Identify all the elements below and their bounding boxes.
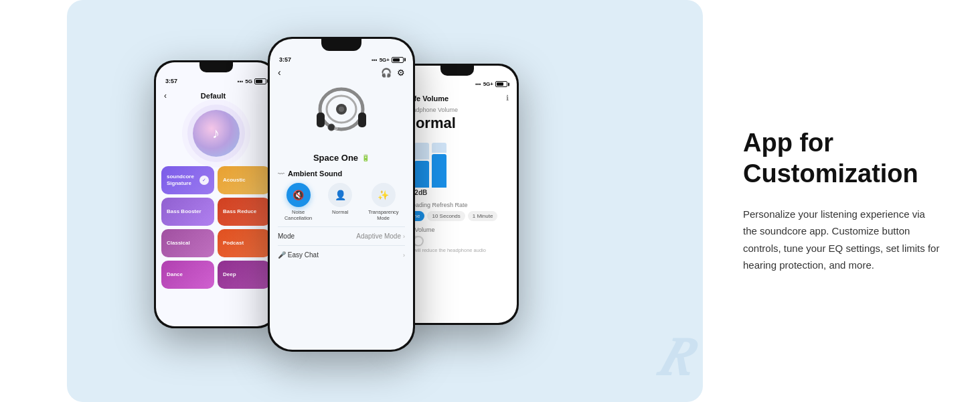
heading-line1: App for [743,129,833,157]
battery-fill-right [497,82,503,86]
status-bar-center: 3:57 ▪▪▪ 5G+ [270,51,413,64]
phone-center-notch [321,39,361,51]
mode-label: Mode [278,232,295,240]
battery-fill-center [393,58,400,62]
right-nav-info-icon[interactable]: ℹ [506,94,509,103]
back-icon-center[interactable]: ‹ [278,67,281,78]
signal-icon: ▪▪▪ [238,78,244,84]
mode-setting-row[interactable]: Mode Adaptive Mode › [270,227,413,245]
time-btn-10sec[interactable]: 10 Seconds [427,211,465,221]
mode-transparency-circle: ✨ [372,183,396,207]
eq-item-dance[interactable]: Dance [161,261,214,289]
signal-icon-right: ▪▪▪ [475,81,481,87]
music-circle-container: ♪ [156,105,276,162]
device-name-text: Space One [313,153,358,163]
mode-normal-label: Normal [332,209,348,215]
headphone-image-container: ⊙ [270,83,413,150]
time-left: 3:57 [165,78,177,84]
vol-bar-inactive-2 [432,143,446,153]
heading-line2: Customization [743,159,918,188]
music-note-icon: ♪ [212,125,220,142]
mode-value: Adaptive Mode › [356,232,405,240]
headphone-nav-icon[interactable]: 🎧 [381,68,392,78]
description-text: Personalize your listening experience vi… [743,206,940,274]
eq-grid: soundcoreSignature ✓ Acoustic Bass Boost… [156,162,276,293]
easy-chat-icon-label: 🎤 Easy Chat [278,251,319,259]
battery-fill-left [256,80,262,83]
left-screen-content: 3:57 ▪▪▪ 5G ‹ Default [156,62,276,326]
mode-normal[interactable]: 👤 Normal [328,183,352,221]
vol-bars [414,143,510,188]
phone-center-screen: 3:57 ▪▪▪ 5G+ ‹ 🎧 ⚙ [270,39,413,350]
main-heading: App for Customization [743,128,940,189]
mode-noise-cancel-circle: 🔇 [287,183,311,207]
ambient-sound-row: 〰 Ambient Sound [270,165,413,180]
mode-noise-cancel[interactable]: 🔇 NoiseCancellation [284,183,312,221]
phones-container: 3:57 ▪▪▪ 5G ‹ Default [67,0,703,402]
status-icons-left: ▪▪▪ 5G [238,78,266,84]
headphone-image: ⊙ [305,86,378,146]
right-section: App for Customization Personalize your l… [703,101,980,300]
ambient-sound-icon: 〰 [278,170,284,178]
mode-transparency[interactable]: ✨ TransparencyMode [368,183,398,221]
back-icon-left[interactable]: ‹ [164,91,167,100]
signal-icon-center: ▪▪▪ [372,57,378,63]
vol-bar-active-1 [414,161,429,188]
status-icons-right: ▪▪▪ 5G+ [475,81,507,87]
vol-bar-active-2 [432,154,446,188]
battery-icon-right [495,81,507,87]
wifi-5g-right: 5G+ [483,81,493,87]
svg-rect-1 [317,113,325,127]
music-circle: ♪ [193,110,240,157]
svg-rect-2 [358,113,366,127]
eq-item-soundcore-signature[interactable]: soundcoreSignature ✓ [161,166,214,194]
phone-right-notch [440,66,474,76]
eq-item-bass-booster[interactable]: Bass Booster [161,198,214,226]
battery-icon-center [392,57,404,63]
chevron-right-mode: › [403,233,405,240]
mode-value-text: Adaptive Mode [356,232,401,240]
settings-nav-icon[interactable]: ⚙ [397,68,405,78]
time-btn-1min[interactable]: 1 Minute [468,211,498,221]
vol-bar-group-1 [414,143,429,188]
eq-item-bass-reduce[interactable]: Bass Reduce [218,198,270,226]
vol-bar-inactive-1 [414,143,429,159]
mode-buttons-row: 🔇 NoiseCancellation 👤 Normal ✨ Transpare… [270,180,413,226]
eq-item-acoustic[interactable]: Acoustic [218,166,270,194]
mode-transparency-label: TransparencyMode [368,209,398,221]
center-nav-icons: 🎧 ⚙ [381,68,405,78]
eq-item-deep[interactable]: Deep [218,261,270,289]
battery-status-icon: 🔋 [361,154,370,161]
toggle-knob [414,237,422,245]
svg-point-5 [339,107,344,112]
chevron-right-chat: › [403,252,405,259]
eq-item-classical[interactable]: Classical [161,229,214,257]
status-bar-left: 3:57 ▪▪▪ 5G [156,72,276,87]
eq-check-icon: ✓ [199,176,209,185]
center-nav: ‹ 🎧 ⚙ [270,64,413,83]
easy-chat-row[interactable]: 🎤 Easy Chat › [270,246,413,264]
phone-left-screen: 3:57 ▪▪▪ 5G ‹ Default [156,62,276,326]
phone-left-notch [199,62,233,72]
vol-bar-group-2 [432,143,446,188]
wifi-5g-center: 5G+ [380,57,390,63]
eq-item-podcast[interactable]: Podcast [218,229,270,257]
ambient-sound-title: Ambient Sound [288,170,342,178]
phone-center: 3:57 ▪▪▪ 5G+ ‹ 🎧 ⚙ [268,37,415,352]
time-center: 3:57 [279,56,291,63]
device-name: Space One 🔋 [270,150,413,165]
status-icons-center: ▪▪▪ 5G+ [372,57,404,63]
center-screen-content: 3:57 ▪▪▪ 5G+ ‹ 🎧 ⚙ [270,39,413,350]
left-panel: 𝑅 3:57 ▪▪▪ 5G [67,0,703,402]
mode-normal-circle: 👤 [328,183,352,207]
battery-icon-left [254,78,266,84]
phone-left: 3:57 ▪▪▪ 5G ‹ Default [154,60,278,328]
mode-noise-cancel-label: NoiseCancellation [284,209,312,221]
wifi-icon: 5G [245,78,252,84]
left-nav-title: Default [201,92,226,100]
svg-text:⊙: ⊙ [334,126,338,131]
left-nav: ‹ Default [156,87,276,105]
